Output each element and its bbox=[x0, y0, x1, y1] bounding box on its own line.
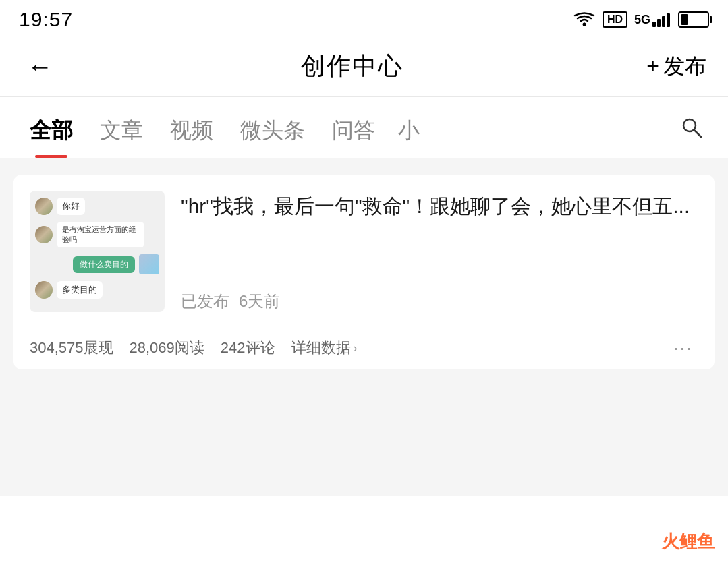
chat-row-1: 你好 bbox=[35, 198, 159, 215]
publish-button[interactable]: + 发布 bbox=[646, 52, 706, 82]
chat-bubble-2: 是有淘宝运营方面的经验吗 bbox=[57, 222, 144, 247]
back-button[interactable]: ← bbox=[22, 51, 58, 82]
svg-line-2 bbox=[694, 130, 701, 137]
content-area: 你好 是有淘宝运营方面的经验吗 做什么卖目的 bbox=[0, 158, 728, 496]
nav-bar: ← 创作中心 + 发布 bbox=[0, 38, 728, 97]
article-time: 6天前 bbox=[239, 291, 280, 312]
chat-row-4: 多类目的 bbox=[35, 281, 159, 299]
stat-comments: 242评论 bbox=[221, 338, 275, 358]
status-time: 19:57 bbox=[19, 8, 73, 31]
article-thumbnail: 你好 是有淘宝运营方面的经验吗 做什么卖目的 bbox=[30, 191, 165, 312]
battery-fill bbox=[681, 14, 688, 25]
signal-group: 5G bbox=[634, 12, 671, 27]
status-bar: 19:57 HD 5G bbox=[0, 0, 728, 38]
watermark: 火鲤 鱼 bbox=[662, 530, 715, 554]
search-button[interactable] bbox=[671, 102, 712, 153]
stat-reads: 28,069阅读 bbox=[130, 338, 204, 358]
chat-row-3: 做什么卖目的 bbox=[35, 254, 159, 274]
search-icon bbox=[679, 115, 704, 140]
publish-label: 发布 bbox=[663, 52, 706, 82]
watermark-part1: 火鲤 bbox=[662, 530, 697, 554]
tab-video[interactable]: 视频 bbox=[157, 97, 227, 158]
chat-bubble-3: 多类目的 bbox=[57, 281, 103, 299]
watermark-part2: 鱼 bbox=[697, 530, 715, 554]
stat-views: 304,575展现 bbox=[30, 338, 113, 358]
tab-qa[interactable]: 问答 bbox=[318, 97, 389, 158]
page-title: 创作中心 bbox=[301, 50, 403, 83]
article-main: 你好 是有淘宝运营方面的经验吗 做什么卖目的 bbox=[30, 191, 698, 326]
stat-detail-link[interactable]: 详细数据 › bbox=[291, 338, 358, 358]
article-meta: 已发布 6天前 bbox=[181, 291, 698, 312]
chat-avatar-3 bbox=[35, 281, 53, 299]
stat-detail-label: 详细数据 bbox=[291, 338, 351, 358]
more-options-button[interactable]: ··· bbox=[668, 337, 698, 359]
battery-icon bbox=[678, 11, 709, 28]
chat-row-2: 是有淘宝运营方面的经验吗 bbox=[35, 222, 159, 247]
chat-image-thumb bbox=[139, 254, 159, 274]
chat-avatar-2 bbox=[35, 226, 53, 243]
chevron-right-icon: › bbox=[354, 341, 358, 355]
chat-bubble-sent: 做什么卖目的 bbox=[73, 256, 135, 273]
tab-article[interactable]: 文章 bbox=[86, 97, 157, 158]
chat-avatar-1 bbox=[35, 198, 53, 215]
status-icons: HD 5G bbox=[573, 11, 709, 28]
article-title: "hr"找我，最后一句"救命"！跟她聊了会，她心里不但五... bbox=[181, 191, 698, 221]
tab-bar: 全部 文章 视频 微头条 问答 小 bbox=[0, 97, 728, 158]
publish-plus: + bbox=[646, 54, 659, 79]
signal-icon bbox=[652, 12, 671, 27]
svg-point-0 bbox=[582, 23, 586, 26]
article-info: "hr"找我，最后一句"救命"！跟她聊了会，她心里不但五... 已发布 6天前 bbox=[181, 191, 698, 312]
hd-icon: HD bbox=[603, 11, 627, 28]
tab-micro[interactable]: 微头条 bbox=[227, 97, 318, 158]
article-card: 你好 是有淘宝运营方面的经验吗 做什么卖目的 bbox=[13, 175, 715, 369]
stats-bar: 304,575展现 28,069阅读 242评论 详细数据 › ··· bbox=[30, 326, 698, 369]
tab-all[interactable]: 全部 bbox=[16, 97, 86, 158]
tab-small[interactable]: 小 bbox=[389, 97, 429, 158]
wifi-icon bbox=[573, 11, 596, 28]
chat-bubble-1: 你好 bbox=[57, 198, 85, 215]
article-status: 已发布 bbox=[181, 291, 229, 312]
5g-label: 5G bbox=[634, 13, 650, 27]
